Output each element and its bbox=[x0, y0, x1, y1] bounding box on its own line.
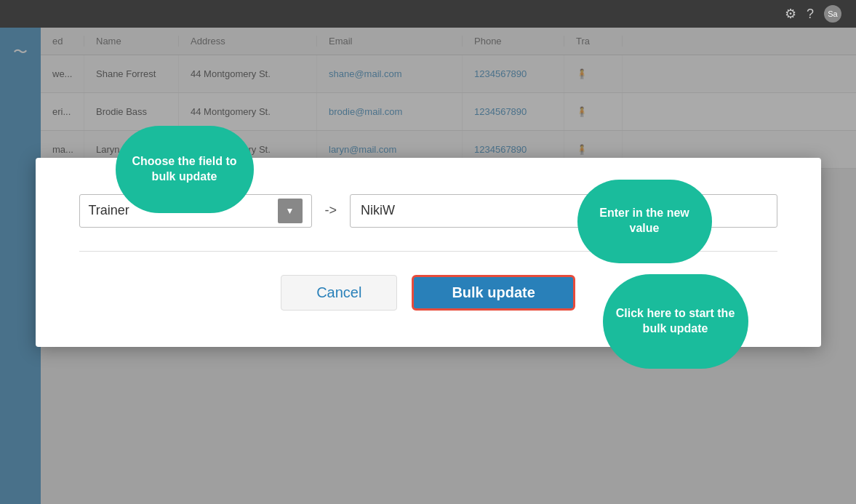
tooltip-click-bulk-update: Click here to start the bulk update bbox=[603, 274, 748, 369]
modal-buttons-row: Cancel Bulk update Click here to start t… bbox=[79, 275, 777, 311]
modal-fields-row: Trainer ▼ -> Choose the field to bulk up… bbox=[79, 194, 777, 228]
gear-icon[interactable]: ⚙ bbox=[785, 6, 796, 22]
arrow-separator: -> bbox=[325, 203, 337, 218]
avatar[interactable]: Sa bbox=[824, 5, 841, 23]
bulk-update-modal: Trainer ▼ -> Choose the field to bulk up… bbox=[36, 158, 821, 347]
tooltip-enter-value: Enter in the new value bbox=[577, 180, 712, 263]
cancel-button[interactable]: Cancel bbox=[281, 275, 397, 311]
bulk-update-button[interactable]: Bulk update bbox=[412, 275, 575, 311]
dropdown-selected-value: Trainer bbox=[89, 203, 129, 218]
question-icon[interactable]: ? bbox=[807, 7, 814, 22]
tooltip-choose-field: Choose the field to bulk update bbox=[116, 126, 254, 213]
dropdown-arrow-icon[interactable]: ▼ bbox=[278, 199, 303, 223]
top-bar: ⚙ ? Sa bbox=[0, 0, 856, 28]
new-value-input[interactable] bbox=[350, 194, 777, 228]
